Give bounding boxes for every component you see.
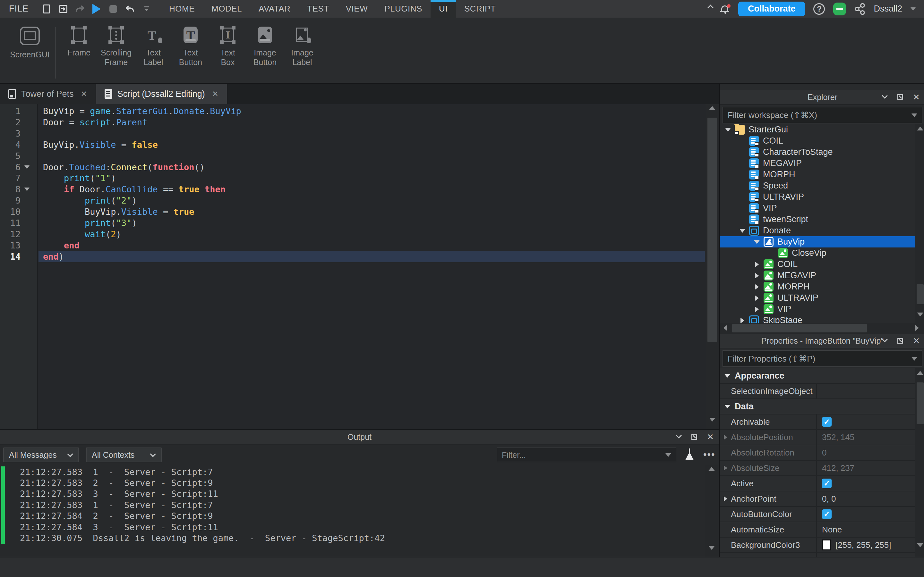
property-value[interactable]: None	[822, 525, 842, 535]
collapse-arrow-icon[interactable]	[752, 259, 762, 270]
property-row-absolutesize[interactable]: AbsoluteSize412, 237	[720, 461, 915, 476]
log-line[interactable]: 21:12:27.584 3 - Server - Script:11	[20, 522, 218, 532]
tree-item-ultravip[interactable]: ULTRAVIP	[720, 292, 915, 303]
help-button[interactable]: ?	[813, 3, 825, 15]
menu-home[interactable]: HOME	[161, 0, 203, 18]
close-icon[interactable]: ✕	[913, 337, 920, 345]
menu-script[interactable]: SCRIPT	[456, 0, 504, 18]
code-line[interactable]: Door.Touched:Connect(function()	[43, 161, 205, 173]
color-swatch[interactable]	[822, 540, 831, 550]
doc-tab-tower-of-pets[interactable]: Tower of Pets✕	[0, 84, 96, 104]
fold-arrow-icon[interactable]	[21, 165, 33, 169]
stop-button[interactable]	[105, 0, 121, 18]
code-line[interactable]: print("2")	[43, 195, 137, 206]
tree-item-coil[interactable]: COIL	[720, 135, 915, 147]
user-avatar[interactable]	[833, 3, 846, 15]
collapse-arrow-icon[interactable]	[752, 270, 762, 281]
collapse-arrow-icon[interactable]	[752, 303, 762, 315]
checkbox-checked[interactable]: ✓	[822, 479, 832, 488]
log-line[interactable]: 21:12:27.583 3 - Server - Script:11	[20, 488, 218, 500]
code-line[interactable]: end	[43, 240, 79, 251]
code-line[interactable]: BuyVip.Visible = true	[43, 206, 194, 218]
tree-item-ultravip[interactable]: ULTRAVIP	[720, 191, 915, 203]
close-tab-icon[interactable]: ✕	[212, 89, 218, 98]
scroll-up-button[interactable]	[915, 371, 924, 375]
property-row-anchorpoint[interactable]: AnchorPoint0, 0	[720, 492, 915, 507]
scroll-down-button[interactable]	[706, 418, 719, 422]
explorer-filter-input[interactable]: Filter workspace (⇧⌘X)	[722, 107, 922, 123]
code-line[interactable]: BuyVip = game.StarterGui.Donate.BuyVip	[43, 105, 241, 117]
menu-test[interactable]: TEST	[299, 0, 337, 18]
editor-vertical-scrollbar[interactable]	[706, 104, 719, 429]
collaborate-button[interactable]: Collaborate	[738, 2, 805, 16]
collapse-arrow-icon[interactable]	[752, 292, 762, 303]
scroll-up-button[interactable]	[705, 467, 718, 471]
explorer-vertical-scrollbar[interactable]	[915, 124, 924, 323]
ribbon-text-box-button[interactable]: ITextBox	[209, 27, 246, 67]
log-line[interactable]: 21:12:27.583 1 - Server - Script:7	[20, 466, 213, 477]
output-dropdown-all-messages[interactable]: All Messages	[3, 448, 79, 462]
code-line[interactable]: print("3")	[43, 218, 137, 229]
collapse-ribbon-button[interactable]	[708, 6, 712, 12]
property-row-autobuttoncolor[interactable]: AutoButtonColor✓	[720, 507, 915, 522]
property-row-automaticsize[interactable]: AutomaticSizeNone	[720, 522, 915, 538]
property-value[interactable]: 0	[822, 448, 827, 458]
property-row-absoluterotation[interactable]: AbsoluteRotation0	[720, 445, 915, 461]
scrollbar-thumb[interactable]	[708, 118, 717, 342]
scrollbar-thumb[interactable]	[917, 382, 924, 424]
tree-item-charactertostage[interactable]: CharacterToStage	[720, 147, 915, 158]
close-icon[interactable]: ✕	[913, 93, 920, 101]
code-line[interactable]: end)	[43, 251, 64, 262]
property-row-active[interactable]: Active✓	[720, 476, 915, 492]
log-line[interactable]: 21:12:30.075 Dssall2 is leaving the game…	[20, 532, 385, 543]
redo-button[interactable]	[71, 0, 88, 18]
log-line[interactable]: 21:12:27.584 2 - Server - Script:9	[20, 511, 213, 522]
output-vertical-scrollbar[interactable]	[705, 465, 718, 557]
undock-icon[interactable]	[897, 94, 903, 100]
expand-property-icon[interactable]	[720, 466, 731, 471]
log-line[interactable]: 21:12:27.583 2 - Server - Script:9	[20, 477, 213, 488]
tree-item-skipstage[interactable]: SkipStage	[720, 315, 915, 323]
menu-view[interactable]: VIEW	[338, 0, 376, 18]
close-icon[interactable]: ✕	[707, 433, 714, 441]
menu-model[interactable]: MODEL	[203, 0, 250, 18]
output-filter-input[interactable]: Filter...	[497, 448, 676, 462]
scroll-right-button[interactable]	[913, 325, 921, 331]
code-line[interactable]: Door = script.Parent	[43, 117, 147, 128]
code-line[interactable]: wait(2)	[43, 229, 121, 240]
section-arrow-icon[interactable]	[720, 405, 735, 408]
undo-button[interactable]	[121, 0, 138, 18]
fold-arrow-icon[interactable]	[21, 187, 33, 191]
expand-arrow-icon[interactable]	[723, 124, 733, 135]
new-file-button[interactable]	[38, 0, 55, 18]
tree-item-closevip[interactable]: CloseVip	[720, 247, 915, 259]
property-row-clipped[interactable]	[720, 553, 915, 557]
scroll-down-button[interactable]	[915, 543, 924, 547]
checkbox-checked[interactable]: ✓	[822, 509, 832, 519]
property-value[interactable]: 412, 237	[822, 463, 855, 473]
property-row-selectionimageobject[interactable]: SelectionImageObject	[720, 384, 915, 399]
output-dropdown-all-contexts[interactable]: All Contexts	[86, 448, 162, 462]
expand-property-icon[interactable]	[720, 435, 731, 440]
script-editor[interactable]: 1234567891011121314 BuyVip = game.Starte…	[0, 104, 719, 429]
tree-item-morph[interactable]: MORPH	[720, 281, 915, 292]
section-arrow-icon[interactable]	[720, 374, 735, 378]
tree-item-morph[interactable]: MORPH	[720, 169, 915, 180]
output-log[interactable]: 21:12:27.583 1 - Server - Script:721:12:…	[0, 464, 704, 558]
property-section-data[interactable]: Data	[720, 399, 915, 414]
undock-icon[interactable]	[897, 338, 903, 343]
scroll-up-button[interactable]	[706, 106, 719, 110]
ribbon-image-label-button[interactable]: ImageLabel	[284, 27, 321, 67]
ribbon-image-button-button[interactable]: ImageButton	[246, 27, 284, 67]
scroll-left-button[interactable]	[721, 325, 730, 331]
menu-plugins[interactable]: PLUGINS	[376, 0, 431, 18]
file-menu[interactable]: FILE	[0, 4, 38, 14]
code-line[interactable]: BuyVip.Visible = false	[43, 139, 158, 150]
property-section-appearance[interactable]: Appearance	[720, 368, 915, 384]
tree-item-speed[interactable]: Speed	[720, 180, 915, 191]
ribbon-scrolling-frame-button[interactable]: ScrollingFrame	[97, 27, 135, 67]
scrollbar-thumb[interactable]	[732, 324, 867, 332]
property-value[interactable]: 0, 0	[822, 494, 836, 504]
properties-filter-input[interactable]: Filter Properties (⇧⌘P)	[722, 350, 922, 367]
panel-menu-button[interactable]	[678, 434, 682, 440]
